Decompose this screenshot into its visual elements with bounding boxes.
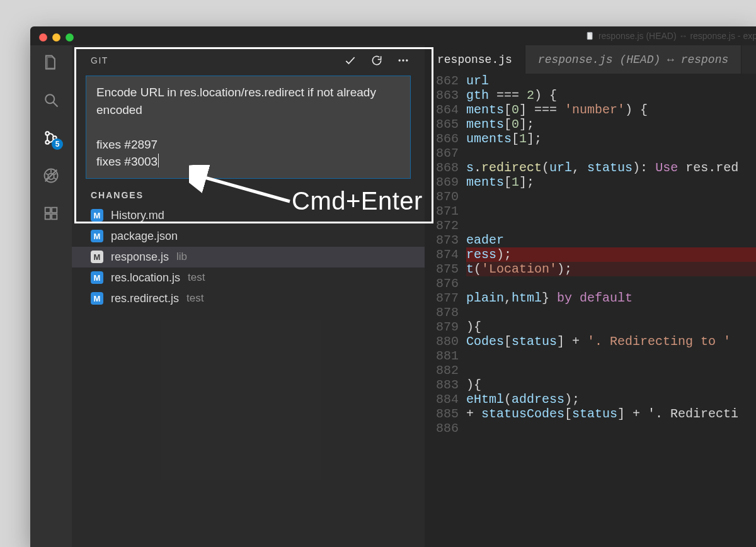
code-line: 874ress); <box>425 247 756 262</box>
status-modified-badge: M <box>91 292 103 305</box>
refresh-icon[interactable] <box>370 54 383 67</box>
code-line: 885+ statusCodes[status] + '. Redirecti <box>425 407 756 421</box>
line-number: 873 <box>425 233 466 247</box>
line-number: 865 <box>425 117 466 132</box>
window-minimize-button[interactable] <box>52 33 60 42</box>
svg-rect-0 <box>587 32 592 39</box>
code-line: 866uments[1]; <box>425 132 756 146</box>
svg-point-4 <box>45 140 49 144</box>
code-text <box>466 276 756 291</box>
change-filename: res.redirect.js <box>111 292 179 305</box>
change-path: test <box>188 271 205 284</box>
changes-list: MHistory.mdMpackage.jsonMresponse.jslibM… <box>72 205 425 309</box>
tab-label: response.js <box>437 54 512 66</box>
code-text: ments[0]; <box>466 117 756 132</box>
line-number: 884 <box>425 392 466 407</box>
code-text: ress); <box>466 247 756 262</box>
activity-explorer[interactable] <box>40 52 62 73</box>
code-line: 886 <box>425 421 756 436</box>
code-line: 877plain,html} by default <box>425 291 756 305</box>
line-number: 862 <box>425 74 466 88</box>
tab-file[interactable]: response.js <box>425 45 525 74</box>
code-text <box>466 189 756 204</box>
code-text: plain,html} by default <box>466 291 756 305</box>
code-line: 869ments[1]; <box>425 175 756 189</box>
change-row[interactable]: Mres.redirect.jstest <box>72 288 425 309</box>
code-line: 873eader <box>425 233 756 247</box>
svg-rect-15 <box>52 208 57 213</box>
line-number: 879 <box>425 320 466 334</box>
line-number: 871 <box>425 204 466 218</box>
window-close-button[interactable] <box>39 33 47 42</box>
code-line: 865ments[0]; <box>425 117 756 132</box>
code-text <box>466 146 756 161</box>
change-path: lib <box>176 251 187 263</box>
code-text: Codes[status] + '. Redirecting to ' <box>466 334 756 349</box>
line-number: 868 <box>425 161 466 175</box>
line-number: 869 <box>425 175 466 189</box>
code-text <box>466 349 756 363</box>
code-line: 879){ <box>425 320 756 334</box>
commit-message-input[interactable]: Encode URL in res.location/res.redirect … <box>86 76 411 179</box>
code-line: 870 <box>425 189 756 204</box>
title-bar: response.js (HEAD) ↔ response.js - exp <box>30 26 756 45</box>
line-number: 878 <box>425 305 466 320</box>
scm-actions <box>344 54 410 67</box>
line-number: 866 <box>425 132 466 146</box>
svg-rect-14 <box>45 208 50 213</box>
code-line: 883){ <box>425 378 756 392</box>
code-text: url <box>466 74 756 88</box>
change-filename: package.json <box>111 230 178 243</box>
status-modified-badge: M <box>91 271 103 284</box>
code-line: 868s.redirect(url, status): Use res.red <box>425 161 756 175</box>
editor-area: response.jsresponse.js (HEAD) ↔ respons … <box>425 45 756 547</box>
code-view[interactable]: 862url863gth === 2) {864ments[0] === 'nu… <box>425 74 756 547</box>
line-number: 863 <box>425 88 466 103</box>
line-number: 875 <box>425 262 466 276</box>
scm-panel: GIT Encode URL in res.location/res.redir… <box>72 45 425 547</box>
change-row[interactable]: Mpackage.json <box>72 226 425 247</box>
change-row[interactable]: Mresponse.jslib <box>72 247 425 268</box>
tab-label: response.js (HEAD) ↔ respons <box>538 54 728 66</box>
commit-icon[interactable] <box>344 54 357 67</box>
tab-diff[interactable]: response.js (HEAD) ↔ respons <box>525 45 742 74</box>
code-line: 867 <box>425 146 756 161</box>
code-text: gth === 2) { <box>466 88 756 103</box>
line-number: 874 <box>425 247 466 262</box>
svg-line-12 <box>54 178 57 179</box>
activity-debug[interactable] <box>40 165 62 186</box>
svg-point-19 <box>402 59 404 61</box>
code-line: 880Codes[status] + '. Redirecting to ' <box>425 334 756 349</box>
line-number: 881 <box>425 349 466 363</box>
svg-line-2 <box>54 103 58 107</box>
svg-point-20 <box>406 59 408 61</box>
change-path: test <box>186 292 203 305</box>
code-line: 875t('Location'); <box>425 262 756 276</box>
changes-section-label: CHANGES <box>72 186 425 205</box>
activity-scm[interactable]: 5 <box>40 127 62 149</box>
status-modified-badge: M <box>91 251 103 263</box>
text-caret <box>158 154 159 167</box>
change-row[interactable]: Mres.location.jstest <box>72 268 425 288</box>
svg-line-9 <box>46 174 49 175</box>
line-number: 882 <box>425 363 466 378</box>
window-zoom-button[interactable] <box>66 33 74 42</box>
svg-rect-16 <box>45 214 50 219</box>
code-text: ){ <box>466 378 756 392</box>
code-line: 881 <box>425 349 756 363</box>
code-line: 884eHtml(address); <box>425 392 756 407</box>
code-text: uments[1]; <box>466 132 756 146</box>
code-line: 876 <box>425 276 756 291</box>
activity-search[interactable] <box>40 89 62 111</box>
activity-extensions[interactable] <box>40 203 62 224</box>
svg-point-1 <box>45 94 54 103</box>
window-title: response.js (HEAD) ↔ response.js - exp <box>598 31 756 41</box>
code-text: + statusCodes[status] + '. Redirecti <box>466 407 756 421</box>
change-row[interactable]: MHistory.md <box>72 205 425 226</box>
code-text: eader <box>466 233 756 247</box>
code-text: ments[1]; <box>466 175 756 189</box>
more-icon[interactable] <box>397 54 410 67</box>
line-number: 867 <box>425 146 466 161</box>
code-line: 882 <box>425 363 756 378</box>
svg-point-18 <box>399 59 401 61</box>
